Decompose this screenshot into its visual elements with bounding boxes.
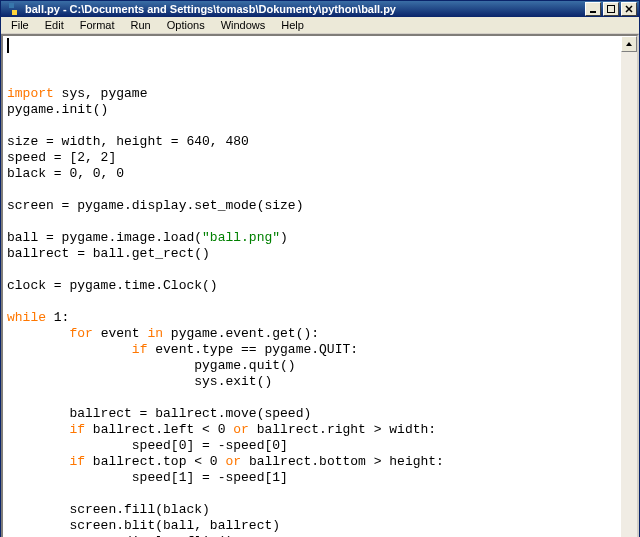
code-line: speed = [2, 2] — [7, 150, 617, 166]
code-line: for event in pygame.event.get(): — [7, 326, 617, 342]
menu-help[interactable]: Help — [273, 17, 312, 33]
code-line — [7, 262, 617, 278]
code-line: if event.type == pygame.QUIT: — [7, 342, 617, 358]
scroll-track[interactable] — [621, 52, 637, 537]
idle-window: ball.py - C:\Documents and Settings\toma… — [0, 0, 640, 537]
code-line: screen.blit(ball, ballrect) — [7, 518, 617, 534]
scroll-up-button[interactable] — [621, 36, 637, 52]
code-line: import sys, pygame — [7, 86, 617, 102]
code-line: speed[0] = -speed[0] — [7, 438, 617, 454]
code-line: ballrect = ballrect.move(speed) — [7, 406, 617, 422]
svg-rect-0 — [590, 11, 596, 13]
python-icon — [5, 1, 21, 17]
code-line — [7, 390, 617, 406]
code-line: if ballrect.top < 0 or ballrect.bottom >… — [7, 454, 617, 470]
vertical-scrollbar — [621, 36, 637, 537]
code-line — [7, 294, 617, 310]
menu-format[interactable]: Format — [72, 17, 123, 33]
menu-file[interactable]: File — [3, 17, 37, 33]
editor-area: import sys, pygamepygame.init() size = w… — [1, 34, 639, 537]
code-line: screen.fill(black) — [7, 502, 617, 518]
code-line: speed[1] = -speed[1] — [7, 470, 617, 486]
menu-options[interactable]: Options — [159, 17, 213, 33]
window-controls — [585, 2, 637, 16]
code-line: while 1: — [7, 310, 617, 326]
title-bar[interactable]: ball.py - C:\Documents and Settings\toma… — [1, 1, 639, 17]
code-line: clock = pygame.time.Clock() — [7, 278, 617, 294]
code-line: screen = pygame.display.set_mode(size) — [7, 198, 617, 214]
text-caret — [7, 38, 9, 53]
code-line — [7, 118, 617, 134]
code-line: sys.exit() — [7, 374, 617, 390]
minimize-button[interactable] — [585, 2, 601, 16]
code-line: pygame.quit() — [7, 358, 617, 374]
svg-rect-1 — [608, 6, 615, 13]
maximize-button[interactable] — [603, 2, 619, 16]
code-line: size = width, height = 640, 480 — [7, 134, 617, 150]
code-line — [7, 486, 617, 502]
code-line: if ballrect.left < 0 or ballrect.right >… — [7, 422, 617, 438]
code-line — [7, 214, 617, 230]
menu-run[interactable]: Run — [123, 17, 159, 33]
menu-windows[interactable]: Windows — [213, 17, 274, 33]
code-line: black = 0, 0, 0 — [7, 166, 617, 182]
code-editor[interactable]: import sys, pygamepygame.init() size = w… — [3, 36, 621, 537]
close-button[interactable] — [621, 2, 637, 16]
window-title: ball.py - C:\Documents and Settings\toma… — [25, 3, 585, 15]
menu-bar: File Edit Format Run Options Windows Hel… — [1, 17, 639, 34]
code-line: ballrect = ball.get_rect() — [7, 246, 617, 262]
menu-edit[interactable]: Edit — [37, 17, 72, 33]
code-line: ball = pygame.image.load("ball.png") — [7, 230, 617, 246]
code-line — [7, 182, 617, 198]
code-line: pygame.init() — [7, 102, 617, 118]
